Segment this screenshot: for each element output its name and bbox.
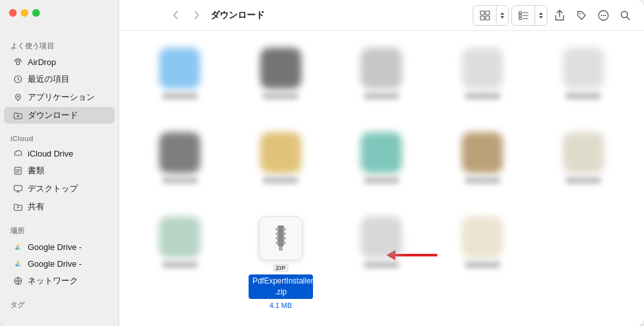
zip-file-item[interactable]: ZIP PdfExpertInstaller .zip 4.1 MB [236, 213, 327, 313]
clock-icon [13, 74, 23, 84]
file-label-blur [162, 93, 198, 99]
sidebar-item-documents[interactable]: 書類 [4, 162, 115, 179]
file-item-blurred-13[interactable] [437, 213, 528, 313]
zip-file-name: PdfExpertInstaller .zip [249, 274, 313, 299]
more-button[interactable] [594, 6, 613, 25]
zip-badge: ZIP [273, 264, 289, 272]
grid-view-button[interactable] [473, 6, 497, 25]
sidebar-item-shared[interactable]: 共有 [4, 198, 115, 215]
file-label-blur [565, 177, 601, 184]
file-icon-blur [159, 216, 200, 258]
sidebar-item-airdrop-label: AirDrop [28, 57, 56, 67]
maximize-button[interactable] [32, 9, 40, 17]
svg-point-20 [605, 14, 606, 15]
rocket-icon [13, 92, 23, 102]
sidebar-section-places: 場所 [0, 221, 118, 238]
airdrop-icon [13, 57, 23, 67]
file-icon-blur [159, 48, 200, 89]
network-icon [13, 276, 23, 286]
arrow-body [395, 254, 437, 256]
file-label-blur [364, 93, 399, 99]
sidebar-item-applications[interactable]: アプリケーション [4, 89, 115, 106]
file-item-blurred-4[interactable] [437, 44, 528, 118]
list-view-button[interactable] [512, 6, 535, 25]
shared-folder-icon [13, 202, 23, 212]
file-item-blurred-3[interactable] [336, 44, 427, 118]
zip-file-size: 4.1 MB [269, 302, 292, 309]
file-item-blurred-6[interactable] [135, 128, 225, 202]
file-label-blur [565, 93, 601, 99]
close-button[interactable] [9, 9, 17, 17]
file-item-blurred-11[interactable] [135, 213, 225, 313]
file-icon-blur [563, 132, 604, 173]
sidebar-item-icloud-label: iCloud Drive [28, 149, 73, 158]
sidebar-item-airdrop[interactable]: AirDrop [4, 54, 115, 70]
search-button[interactable] [616, 6, 635, 25]
file-label-blur [364, 262, 399, 268]
sidebar-item-recents-label: 最近の項目 [28, 73, 70, 85]
svg-rect-10 [519, 12, 522, 14]
svg-rect-6 [480, 11, 484, 15]
file-grid: ZIP PdfExpertInstaller .zip 4.1 MB [119, 31, 644, 326]
sidebar-item-google2-label: Google Drive - [28, 259, 82, 269]
desktop-icon [13, 184, 23, 194]
sidebar-section-icloud: iCloud [0, 129, 118, 145]
svg-point-21 [621, 11, 628, 17]
svg-rect-23 [276, 228, 279, 231]
file-icon-blur [563, 48, 604, 89]
sidebar-item-network-label: ネットワーク [28, 275, 78, 287]
gdrive-icon-2 [13, 258, 23, 269]
sidebar-item-network[interactable]: ネットワーク [4, 273, 115, 289]
forward-button[interactable] [189, 7, 205, 24]
file-item-blurred-10[interactable] [538, 128, 629, 202]
sidebar-item-desktop[interactable]: デスクトップ [4, 180, 115, 197]
sidebar-item-downloads[interactable]: ダウンロード [4, 107, 115, 124]
tag-button[interactable] [572, 6, 591, 25]
file-item-blurred-12[interactable] [336, 213, 427, 313]
svg-rect-24 [276, 233, 279, 235]
sidebar-section-tags: タグ [0, 295, 118, 312]
file-item-blurred-2[interactable] [236, 44, 327, 118]
svg-rect-4 [14, 186, 22, 191]
file-item-blurred-9[interactable] [437, 128, 528, 202]
download-folder-icon [13, 110, 23, 120]
sidebar-section-favorites: よく使う項目 [0, 36, 118, 53]
sidebar-item-google2[interactable]: Google Drive - [4, 256, 115, 271]
svg-point-0 [17, 62, 20, 65]
chevron-sort-icon[interactable] [497, 6, 508, 25]
file-label-blur [263, 93, 298, 99]
file-label-blur [465, 262, 500, 268]
share-button[interactable] [550, 6, 569, 25]
file-label-blur [364, 177, 399, 184]
minimize-button[interactable] [21, 9, 28, 17]
file-item-blurred-5[interactable] [538, 44, 629, 118]
sidebar-item-google1-label: Google Drive - [28, 242, 82, 252]
file-icon-blur [462, 48, 503, 89]
svg-rect-30 [283, 242, 286, 244]
main-panel: ダウンロード [119, 0, 644, 326]
file-item-blurred-7[interactable] [236, 128, 327, 202]
svg-rect-8 [480, 16, 484, 20]
sidebar: よく使う項目 AirDrop 最近の項目 アプリケーション [0, 0, 119, 326]
cloud-icon [13, 148, 23, 158]
file-item-blurred-8[interactable] [336, 128, 427, 202]
back-button[interactable] [167, 7, 184, 24]
file-icon-blur [361, 48, 402, 89]
svg-rect-25 [276, 237, 279, 240]
svg-rect-32 [279, 247, 281, 249]
file-label-blur [162, 177, 198, 184]
sidebar-item-desktop-label: デスクトップ [28, 183, 78, 195]
list-view-group [511, 5, 547, 26]
sidebar-item-google1[interactable]: Google Drive - [4, 239, 115, 254]
file-icon-blur [260, 132, 301, 173]
sidebar-item-recents[interactable]: 最近の項目 [4, 71, 115, 88]
list-chevron-icon[interactable] [535, 6, 547, 25]
file-label-blur [465, 93, 500, 99]
file-icon-blur [462, 216, 503, 258]
file-icon-blur [361, 132, 402, 173]
file-item-blurred-1[interactable] [135, 44, 225, 118]
svg-rect-28 [283, 233, 286, 235]
sidebar-item-icloud-drive[interactable]: iCloud Drive [4, 146, 115, 161]
svg-rect-12 [519, 17, 522, 20]
svg-point-18 [601, 14, 602, 15]
